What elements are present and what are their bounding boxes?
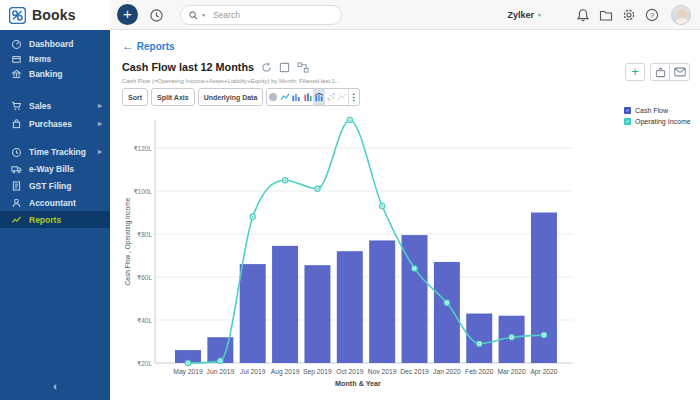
search-scope-caret[interactable]: ▼: [201, 12, 206, 18]
y-tick-label: ₹100L: [133, 188, 152, 195]
y-tick-label: ₹40L: [137, 317, 152, 324]
x-tick-label: Jul 2019: [240, 368, 266, 375]
legend-label: Operating Income: [635, 118, 691, 125]
pie-chart-type-icon[interactable]: [267, 89, 279, 105]
search-placeholder: Search: [213, 10, 240, 20]
stacked-bar-chart-type-icon[interactable]: [302, 89, 314, 105]
underlying-data-button[interactable]: Underlying Data: [198, 88, 264, 106]
sidebar-item-gst-filing[interactable]: GST Filing: [0, 177, 110, 194]
y-tick-label: ₹60L: [137, 274, 152, 281]
app-root: Books DashboardItemsBankingSales▸Purchas…: [0, 0, 700, 400]
sidebar-item-label: Dashboard: [29, 39, 73, 49]
sidebar-item-label: Banking: [29, 69, 63, 79]
x-tick-label: Mar 2020: [497, 368, 526, 375]
bar-jul-2019[interactable]: [240, 264, 266, 363]
org-name: Zylker: [508, 10, 535, 20]
copy-icon[interactable]: [279, 62, 290, 73]
back-label: Reports: [137, 41, 175, 52]
x-tick-label: Jun 2019: [207, 368, 235, 375]
recent-history-icon[interactable]: [149, 8, 164, 27]
x-tick-label: Apr 2020: [530, 368, 557, 376]
bar-nov-2019[interactable]: [369, 240, 395, 363]
bar-apr-2020[interactable]: [531, 213, 557, 364]
search-icon: [189, 11, 198, 20]
bar-jan-2020[interactable]: [434, 262, 460, 363]
items-icon: [11, 53, 22, 65]
gst-filing-icon: [11, 180, 22, 192]
quick-create-button[interactable]: +: [117, 4, 138, 25]
legend-item[interactable]: ✓Cash Flow: [624, 107, 691, 114]
legend-item[interactable]: ✓Operating Income: [624, 118, 691, 125]
eway-bills-icon: [11, 163, 22, 175]
related-views-icon[interactable]: [297, 62, 309, 73]
sidebar-item-label: Items: [29, 54, 51, 64]
legend-checkbox[interactable]: ✓: [624, 118, 631, 125]
bar-sep-2019[interactable]: [304, 265, 330, 363]
chart-toolbar: Sort Split Axis Underlying Data ⋮: [122, 88, 360, 106]
accountant-icon: [11, 197, 22, 209]
sales-icon: [11, 100, 22, 112]
y-tick-label: ₹120L: [133, 145, 152, 152]
back-to-reports-link[interactable]: ← Reports: [122, 39, 175, 53]
org-switcher[interactable]: Zylker ▼: [508, 0, 542, 30]
sidebar-collapse-button[interactable]: ‹: [0, 380, 110, 392]
x-tick-label: Aug 2019: [271, 368, 300, 376]
sidebar-item-items[interactable]: Items: [0, 51, 110, 66]
line-chart-type-icon[interactable]: [279, 89, 291, 105]
sidebar-item-reports[interactable]: Reports: [0, 211, 110, 228]
sidebar-item-label: Purchases: [29, 119, 72, 129]
split-axis-button[interactable]: Split Axis: [151, 88, 195, 106]
report-title: Cash Flow last 12 Months: [122, 61, 254, 73]
chart-type-switcher: ⋮: [266, 88, 360, 106]
combo-chart-type-icon[interactable]: [313, 89, 325, 105]
x-axis-title: Month & Year: [335, 379, 381, 388]
x-tick-label: Oct 2019: [336, 368, 363, 375]
sidebar-item-label: Sales: [29, 101, 51, 111]
export-button[interactable]: [650, 63, 670, 81]
search-input[interactable]: ▼ Search: [180, 5, 342, 25]
refresh-icon[interactable]: [261, 62, 272, 73]
bar-oct-2019[interactable]: [337, 251, 363, 363]
app-logo[interactable]: Books: [0, 0, 110, 30]
sidebar-item-label: e-Way Bills: [29, 164, 74, 174]
notifications-icon[interactable]: [576, 8, 590, 26]
sidebar-item-purchases[interactable]: Purchases▸: [0, 115, 110, 133]
time-tracking-icon: [11, 146, 22, 158]
reports-icon: [11, 214, 22, 226]
bar-aug-2019[interactable]: [272, 246, 298, 363]
sidebar-item-accountant[interactable]: Accountant: [0, 194, 110, 211]
report-canvas: ← Reports Cash Flow last 12 Months Cash …: [110, 30, 700, 400]
sidebar-item-e-way-bills[interactable]: e-Way Bills: [0, 160, 110, 177]
add-to-dashboard-button[interactable]: +: [625, 63, 645, 81]
legend-label: Cash Flow: [635, 107, 668, 114]
documents-folder-icon[interactable]: [599, 8, 613, 26]
sidebar-item-sales[interactable]: Sales▸: [0, 97, 110, 115]
cashflow-chart: ₹20L₹40L₹60L₹80L₹100L₹120LMay 2019Jun 20…: [125, 112, 600, 400]
sidebar-item-label: GST Filing: [29, 181, 72, 191]
report-subtitle: Cash Flow (=Operating Income+Asset+Liabi…: [122, 78, 340, 84]
dashboard-icon: [11, 38, 22, 50]
user-avatar[interactable]: [671, 5, 691, 25]
more-chart-types-icon[interactable]: ⋮: [348, 89, 359, 105]
purchases-icon: [11, 118, 22, 130]
sidebar-item-dashboard[interactable]: Dashboard: [0, 36, 110, 51]
scatter-chart-type-icon[interactable]: [325, 89, 337, 105]
x-tick-label: Sep 2019: [303, 368, 332, 376]
sidebar-item-time-tracking[interactable]: Time Tracking▸: [0, 143, 110, 160]
books-logo-icon: [9, 7, 26, 24]
y-axis-title: Cash Flow , Operating Income: [125, 197, 132, 285]
sidebar-item-banking[interactable]: Banking: [0, 66, 110, 81]
sidebar-item-label: Reports: [29, 215, 61, 225]
sort-button[interactable]: Sort: [122, 88, 148, 106]
y-tick-label: ₹20L: [137, 360, 152, 367]
x-tick-label: Feb 2020: [465, 368, 494, 375]
settings-gear-icon[interactable]: [622, 8, 636, 26]
chevron-down-icon: ▼: [537, 12, 542, 18]
sidebar-item-label: Time Tracking: [29, 147, 86, 157]
legend-checkbox[interactable]: ✓: [624, 107, 631, 114]
help-icon[interactable]: ?: [645, 8, 659, 26]
email-button[interactable]: [670, 63, 690, 81]
area-chart-type-icon[interactable]: [336, 89, 348, 105]
bar-chart-type-icon[interactable]: [290, 89, 302, 105]
svg-text:?: ?: [650, 11, 655, 20]
